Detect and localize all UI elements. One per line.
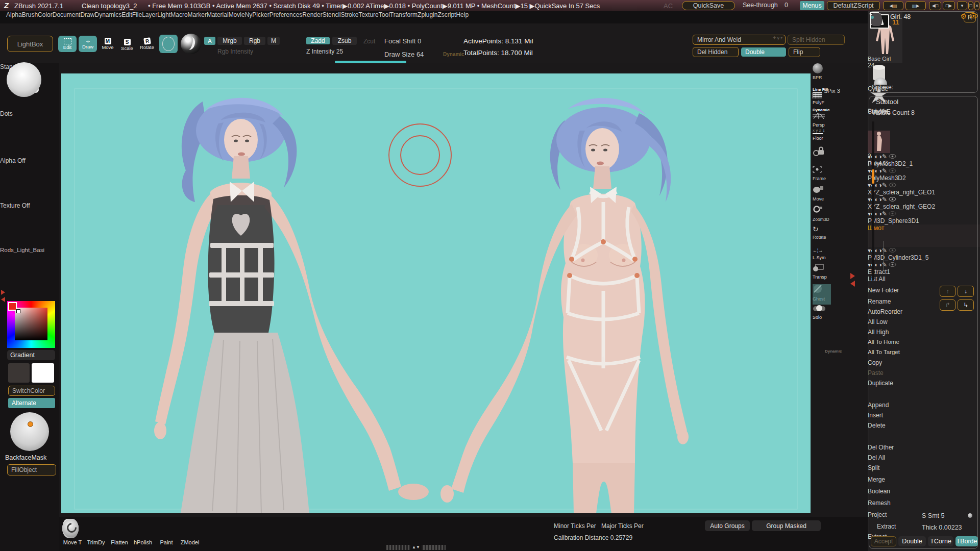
move-button[interactable]: M Move [99, 36, 116, 52]
menu-light[interactable]: Light [157, 11, 170, 18]
menu-file[interactable]: File [132, 11, 142, 18]
texture-thumbnail[interactable]: Texture Off [0, 202, 48, 247]
split-hidden-button[interactable]: Split Hidden [788, 35, 845, 45]
menu-alpha[interactable]: Alpha [6, 11, 22, 18]
divider-left-icon[interactable]: ◀|||| [883, 1, 903, 10]
material-thumbnail[interactable]: Rods_Light_Basi [0, 247, 48, 290]
subtool-list-scrollbar[interactable] [872, 121, 874, 281]
quicksave-button[interactable]: QuickSave [682, 1, 735, 10]
alpha-thumbnail[interactable]: Alpha Off [0, 157, 48, 202]
color-picker[interactable] [7, 301, 55, 348]
flip-button[interactable]: Flip [789, 47, 820, 57]
visible-count-slider[interactable] [871, 118, 969, 119]
subtool-up-button[interactable]: ↑ [940, 286, 955, 297]
calibration-slider[interactable] [554, 543, 645, 543]
close-button[interactable]: × [974, 1, 979, 10]
menu-ny[interactable]: Ny [245, 11, 253, 18]
left-scroll-arrow-left[interactable] [1, 297, 5, 302]
focal-shift-slider[interactable] [382, 46, 484, 47]
double-button[interactable]: Double [741, 47, 787, 57]
move-into-folder-button[interactable]: ↳ [958, 299, 974, 311]
zsub-button[interactable]: Zsub [332, 37, 357, 45]
draw-button[interactable]: -:- Draw [79, 36, 97, 52]
see-through-slider[interactable] [740, 10, 797, 11]
menu-movie[interactable]: Movie [229, 11, 245, 18]
right-scroll-arrow-right[interactable] [850, 273, 855, 279]
tborder-button[interactable]: TBorde [955, 536, 978, 546]
gradient-label[interactable]: Gradient [7, 350, 55, 360]
menu-render[interactable]: Render [302, 11, 322, 18]
secondary-color-swatch[interactable] [32, 363, 54, 383]
s-smt-dot-button[interactable] [968, 513, 972, 518]
light-placement-sphere[interactable] [10, 412, 49, 451]
major-ticks-slider[interactable] [601, 531, 643, 532]
accept-button[interactable]: Accept [871, 536, 896, 546]
camera-lock-button[interactable] [813, 145, 831, 166]
menu-marker[interactable]: Marker [188, 11, 207, 18]
document-canvas[interactable] [61, 73, 811, 513]
menu-zplugin[interactable]: Zplugin [418, 11, 437, 18]
menu-preferences[interactable]: Preferences [270, 11, 303, 18]
mrgb-button[interactable]: Mrgb [217, 37, 242, 45]
folder-visibility-eye-icon[interactable] [969, 13, 978, 18]
edit-button[interactable]: Edit [58, 36, 77, 52]
del-hidden-button[interactable]: Del Hidden [693, 47, 739, 57]
right-canvas-scrollbar[interactable] [851, 247, 855, 271]
menu-edit[interactable]: Edit [121, 11, 132, 18]
menu-document[interactable]: Document [53, 11, 81, 18]
stroke-selector[interactable] [159, 35, 178, 53]
rotate-nav-button[interactable]: ↻ Rotate [813, 226, 831, 246]
switch-color-button[interactable]: SwitchColor [8, 386, 55, 396]
menu-transform[interactable]: Transform [390, 11, 418, 18]
restore-button[interactable]: □ [968, 1, 973, 10]
menu-material[interactable]: Material [207, 11, 229, 18]
mirror-and-weld-button[interactable]: Mirror And Weld ✛ y z [693, 35, 786, 45]
tcorner-button[interactable]: TCorne [928, 536, 953, 546]
panels-left-icon[interactable]: ◀□ [929, 1, 941, 10]
zadd-button[interactable]: Zadd [306, 37, 330, 45]
scale-button[interactable]: S Scale [118, 37, 136, 53]
auto-groups-button[interactable]: Auto Groups [705, 520, 750, 531]
zoom3d-button[interactable]: Zoom3D [813, 206, 831, 226]
folder-gear-icon[interactable]: ⚙ [960, 12, 967, 20]
right-scroll-arrow-left[interactable] [850, 281, 855, 287]
divider-right-icon[interactable]: ||||▶ [905, 1, 926, 10]
menu-picker[interactable]: Picker [252, 11, 269, 18]
material-selector[interactable] [181, 34, 201, 54]
right-canvas-scrollbar-lower[interactable] [851, 288, 855, 313]
s-smt-slider[interactable] [921, 521, 973, 521]
frame-button[interactable]: Frame [813, 166, 831, 185]
tray-resize-handle[interactable]: ▲▼ [386, 545, 446, 550]
draw-size-slider[interactable] [382, 59, 484, 60]
subtool-scroll-thumb[interactable] [872, 169, 874, 184]
menu-draw[interactable]: Draw [80, 11, 94, 18]
menu-help[interactable]: Help [456, 11, 469, 18]
subtool-down-button[interactable]: ↓ [958, 286, 974, 297]
menus-button[interactable]: Menus [800, 1, 824, 10]
thick-slider[interactable] [921, 532, 973, 533]
ghost-button[interactable]: Ghost [813, 284, 831, 305]
rgb-button[interactable]: Rgb [244, 37, 265, 45]
group-masked-button[interactable]: Group Masked [752, 520, 821, 531]
solo-button[interactable]: Solo [813, 305, 831, 323]
move-up-hierarchy-button[interactable]: ↱ [940, 299, 955, 311]
left-scroll-arrow-right[interactable] [1, 290, 5, 295]
minimize-button[interactable]: ▼ [957, 1, 967, 10]
menu-zscript[interactable]: Zscript [437, 11, 456, 18]
menu-texture[interactable]: Texture [358, 11, 378, 18]
main-color-swatch[interactable] [8, 363, 30, 383]
m-button[interactable]: M [267, 37, 280, 45]
menu-stroke[interactable]: Stroke [341, 11, 359, 18]
menu-brush[interactable]: Brush [22, 11, 38, 18]
menu-layer[interactable]: Layer [142, 11, 157, 18]
lightbox-button[interactable]: LightBox [7, 36, 53, 52]
menu-dynamics[interactable]: Dynamics [94, 11, 121, 18]
local-symmetry-button[interactable]: ←¦→ L.Sym [813, 246, 831, 264]
panels-right-icon[interactable]: □▶ [943, 1, 955, 10]
transp-button[interactable]: Transp [813, 264, 831, 284]
z-intensity-slider[interactable] [303, 56, 368, 57]
menu-macro[interactable]: Macro [170, 11, 187, 18]
menu-tool[interactable]: Tool [379, 11, 390, 18]
menu-stencil[interactable]: Stencil [323, 11, 341, 18]
alternate-button[interactable]: Alternate [8, 398, 55, 408]
